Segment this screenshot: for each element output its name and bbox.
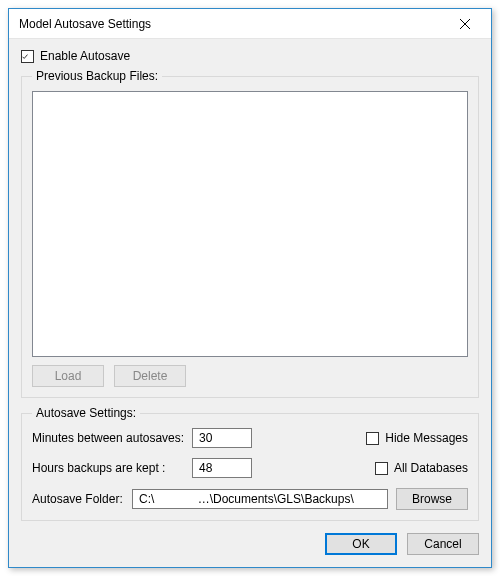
hours-label: Hours backups are kept : — [32, 461, 192, 475]
dialog-window: Model Autosave Settings Enable Autosave … — [8, 8, 492, 568]
folder-input[interactable] — [132, 489, 388, 509]
hide-messages-row: Hide Messages — [366, 431, 468, 445]
minutes-row: Minutes between autosaves: Hide Messages — [32, 428, 468, 448]
enable-autosave-row: Enable Autosave — [21, 49, 479, 63]
all-db-row: All Databases — [375, 461, 468, 475]
settings-legend: Autosave Settings: — [32, 406, 140, 420]
hide-messages-label: Hide Messages — [385, 431, 468, 445]
check-icon — [22, 51, 28, 62]
window-title: Model Autosave Settings — [19, 17, 151, 31]
hours-input[interactable] — [192, 458, 252, 478]
hide-messages-checkbox[interactable] — [366, 432, 379, 445]
load-button[interactable]: Load — [32, 365, 104, 387]
browse-button[interactable]: Browse — [396, 488, 468, 510]
all-databases-checkbox[interactable] — [375, 462, 388, 475]
minutes-input[interactable] — [192, 428, 252, 448]
client-area: Enable Autosave Previous Backup Files: L… — [9, 39, 491, 567]
enable-autosave-checkbox[interactable] — [21, 50, 34, 63]
hours-row: Hours backups are kept : All Databases — [32, 458, 468, 478]
backup-buttons: Load Delete — [32, 365, 468, 387]
backup-legend: Previous Backup Files: — [32, 69, 162, 83]
folder-row: Autosave Folder: Browse — [32, 488, 468, 510]
close-button[interactable] — [447, 12, 483, 36]
minutes-label: Minutes between autosaves: — [32, 431, 192, 445]
all-databases-label: All Databases — [394, 461, 468, 475]
dialog-button-row: OK Cancel — [21, 529, 479, 555]
close-icon — [460, 19, 470, 29]
backup-file-list[interactable] — [32, 91, 468, 357]
folder-label: Autosave Folder: — [32, 492, 132, 506]
settings-fieldset: Autosave Settings: Minutes between autos… — [21, 406, 479, 521]
titlebar: Model Autosave Settings — [9, 9, 491, 39]
enable-autosave-label: Enable Autosave — [40, 49, 130, 63]
backup-fieldset: Previous Backup Files: Load Delete — [21, 69, 479, 398]
delete-button[interactable]: Delete — [114, 365, 186, 387]
cancel-button[interactable]: Cancel — [407, 533, 479, 555]
ok-button[interactable]: OK — [325, 533, 397, 555]
